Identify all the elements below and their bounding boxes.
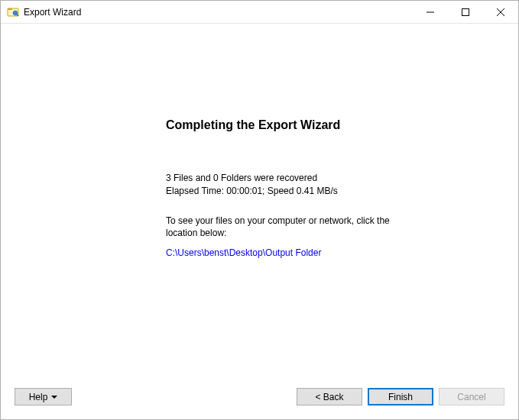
finish-button[interactable]: Finish (368, 388, 433, 405)
help-button[interactable]: Help (15, 388, 72, 405)
page-heading: Completing the Export Wizard (166, 118, 340, 132)
titlebar: Export Wizard (1, 1, 518, 24)
wizard-footer: Help < Back Finish Cancel (1, 383, 518, 419)
finish-button-label: Finish (388, 392, 413, 402)
back-button-label: < Back (315, 392, 343, 402)
window-controls (413, 1, 518, 23)
app-icon (7, 6, 19, 18)
recovery-summary: 3 Files and 0 Folders were recovered (166, 173, 317, 183)
output-folder-link[interactable]: C:\Users\benst\Desktop\Output Folder (166, 247, 321, 258)
cancel-button-label: Cancel (457, 392, 485, 402)
window-title: Export Wizard (24, 7, 413, 18)
close-button[interactable] (483, 1, 518, 23)
maximize-button[interactable] (448, 1, 483, 23)
minimize-button[interactable] (413, 1, 448, 23)
help-button-label: Help (29, 392, 48, 402)
back-button[interactable]: < Back (297, 388, 362, 405)
elapsed-time-summary: Elapsed Time: 00:00:01; Speed 0.41 MB/s (166, 186, 338, 196)
svg-rect-1 (8, 8, 12, 10)
chevron-down-icon (51, 396, 57, 399)
wizard-content: Completing the Export Wizard 3 Files and… (1, 24, 518, 383)
instruction-text: To see your files on your computer or ne… (166, 215, 395, 239)
cancel-button: Cancel (439, 388, 504, 405)
svg-rect-5 (462, 8, 469, 15)
